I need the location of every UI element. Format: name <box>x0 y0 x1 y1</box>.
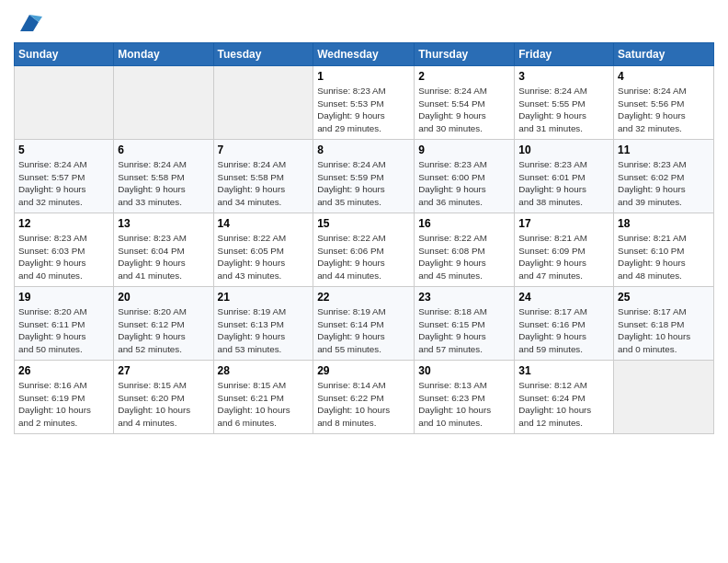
day-number: 22 <box>317 291 410 304</box>
day-cell: 16Sunrise: 8:22 AMSunset: 6:08 PMDayligh… <box>415 213 515 287</box>
day-info: Sunrise: 8:20 AMSunset: 6:12 PMDaylight:… <box>118 305 209 356</box>
day-info: Sunrise: 8:24 AMSunset: 5:55 PMDaylight:… <box>518 85 609 135</box>
day-cell: 14Sunrise: 8:22 AMSunset: 6:05 PMDayligh… <box>213 213 313 287</box>
day-cell: 29Sunrise: 8:14 AMSunset: 6:22 PMDayligh… <box>313 361 415 434</box>
day-info: Sunrise: 8:14 AMSunset: 6:22 PMDaylight:… <box>317 379 410 430</box>
day-number: 2 <box>418 70 510 83</box>
day-cell <box>15 66 114 140</box>
day-cell: 19Sunrise: 8:20 AMSunset: 6:11 PMDayligh… <box>15 287 114 361</box>
day-cell: 9Sunrise: 8:23 AMSunset: 6:00 PMDaylight… <box>415 140 515 213</box>
day-info: Sunrise: 8:17 AMSunset: 6:18 PMDaylight:… <box>618 305 710 356</box>
weekday-sunday: Sunday <box>15 43 114 66</box>
day-number: 3 <box>518 70 609 83</box>
day-number: 23 <box>418 291 510 304</box>
day-number: 19 <box>18 291 109 304</box>
day-info: Sunrise: 8:19 AMSunset: 6:13 PMDaylight:… <box>218 305 310 356</box>
weekday-tuesday: Tuesday <box>213 43 313 66</box>
day-info: Sunrise: 8:16 AMSunset: 6:19 PMDaylight:… <box>18 379 109 430</box>
page: SundayMondayTuesdayWednesdayThursdayFrid… <box>0 0 728 448</box>
weekday-thursday: Thursday <box>415 43 515 66</box>
day-info: Sunrise: 8:24 AMSunset: 5:59 PMDaylight:… <box>317 158 410 209</box>
day-number: 4 <box>618 70 710 83</box>
day-cell: 21Sunrise: 8:19 AMSunset: 6:13 PMDayligh… <box>213 287 313 361</box>
week-row-5: 26Sunrise: 8:16 AMSunset: 6:19 PMDayligh… <box>15 361 714 434</box>
day-number: 18 <box>618 217 710 230</box>
day-info: Sunrise: 8:15 AMSunset: 6:20 PMDaylight:… <box>118 379 209 430</box>
day-info: Sunrise: 8:22 AMSunset: 6:05 PMDaylight:… <box>218 232 310 282</box>
day-number: 11 <box>618 144 710 156</box>
day-number: 15 <box>317 217 410 230</box>
day-cell: 3Sunrise: 8:24 AMSunset: 5:55 PMDaylight… <box>515 66 614 140</box>
day-cell: 17Sunrise: 8:21 AMSunset: 6:09 PMDayligh… <box>515 213 614 287</box>
day-number: 31 <box>518 364 609 377</box>
day-number: 12 <box>18 217 109 230</box>
weekday-wednesday: Wednesday <box>313 43 415 66</box>
day-info: Sunrise: 8:24 AMSunset: 5:57 PMDaylight:… <box>18 158 109 209</box>
day-number: 13 <box>118 217 209 230</box>
day-cell: 8Sunrise: 8:24 AMSunset: 5:59 PMDaylight… <box>313 140 415 213</box>
day-cell: 15Sunrise: 8:22 AMSunset: 6:06 PMDayligh… <box>313 213 415 287</box>
weekday-header-row: SundayMondayTuesdayWednesdayThursdayFrid… <box>15 43 714 66</box>
day-number: 9 <box>418 144 510 156</box>
day-number: 1 <box>317 70 410 83</box>
day-number: 24 <box>518 291 609 304</box>
calendar-table: SundayMondayTuesdayWednesdayThursdayFrid… <box>14 42 714 434</box>
logo-icon <box>17 9 42 35</box>
day-number: 26 <box>18 364 109 377</box>
day-cell: 1Sunrise: 8:23 AMSunset: 5:53 PMDaylight… <box>313 66 415 140</box>
day-cell: 23Sunrise: 8:18 AMSunset: 6:15 PMDayligh… <box>415 287 515 361</box>
day-info: Sunrise: 8:23 AMSunset: 5:53 PMDaylight:… <box>317 85 410 135</box>
day-number: 29 <box>317 364 410 377</box>
day-cell: 2Sunrise: 8:24 AMSunset: 5:54 PMDaylight… <box>415 66 515 140</box>
weekday-monday: Monday <box>114 43 213 66</box>
day-number: 27 <box>118 364 209 377</box>
day-cell: 31Sunrise: 8:12 AMSunset: 6:24 PMDayligh… <box>515 361 614 434</box>
day-cell: 26Sunrise: 8:16 AMSunset: 6:19 PMDayligh… <box>15 361 114 434</box>
day-cell: 4Sunrise: 8:24 AMSunset: 5:56 PMDaylight… <box>614 66 714 140</box>
day-info: Sunrise: 8:17 AMSunset: 6:16 PMDaylight:… <box>518 305 609 356</box>
day-info: Sunrise: 8:18 AMSunset: 6:15 PMDaylight:… <box>418 305 510 356</box>
day-info: Sunrise: 8:13 AMSunset: 6:23 PMDaylight:… <box>418 379 510 430</box>
day-number: 8 <box>317 144 410 156</box>
day-cell <box>114 66 213 140</box>
logo <box>14 9 42 35</box>
day-number: 6 <box>118 144 209 156</box>
day-cell: 11Sunrise: 8:23 AMSunset: 6:02 PMDayligh… <box>614 140 714 213</box>
day-info: Sunrise: 8:24 AMSunset: 5:58 PMDaylight:… <box>218 158 310 209</box>
weekday-saturday: Saturday <box>614 43 714 66</box>
day-cell: 24Sunrise: 8:17 AMSunset: 6:16 PMDayligh… <box>515 287 614 361</box>
day-cell: 5Sunrise: 8:24 AMSunset: 5:57 PMDaylight… <box>15 140 114 213</box>
week-row-3: 12Sunrise: 8:23 AMSunset: 6:03 PMDayligh… <box>15 213 714 287</box>
day-info: Sunrise: 8:19 AMSunset: 6:14 PMDaylight:… <box>317 305 410 356</box>
week-row-1: 1Sunrise: 8:23 AMSunset: 5:53 PMDaylight… <box>15 66 714 140</box>
day-cell: 18Sunrise: 8:21 AMSunset: 6:10 PMDayligh… <box>614 213 714 287</box>
day-cell <box>614 361 714 434</box>
day-cell: 27Sunrise: 8:15 AMSunset: 6:20 PMDayligh… <box>114 361 213 434</box>
day-info: Sunrise: 8:21 AMSunset: 6:09 PMDaylight:… <box>518 232 609 282</box>
day-number: 20 <box>118 291 209 304</box>
week-row-4: 19Sunrise: 8:20 AMSunset: 6:11 PMDayligh… <box>15 287 714 361</box>
day-info: Sunrise: 8:23 AMSunset: 6:01 PMDaylight:… <box>518 158 609 209</box>
day-cell: 13Sunrise: 8:23 AMSunset: 6:04 PMDayligh… <box>114 213 213 287</box>
day-cell: 20Sunrise: 8:20 AMSunset: 6:12 PMDayligh… <box>114 287 213 361</box>
day-number: 14 <box>218 217 310 230</box>
day-info: Sunrise: 8:22 AMSunset: 6:06 PMDaylight:… <box>317 232 410 282</box>
day-number: 21 <box>218 291 310 304</box>
day-info: Sunrise: 8:22 AMSunset: 6:08 PMDaylight:… <box>418 232 510 282</box>
day-info: Sunrise: 8:24 AMSunset: 5:54 PMDaylight:… <box>418 85 510 135</box>
day-info: Sunrise: 8:24 AMSunset: 5:58 PMDaylight:… <box>118 158 209 209</box>
day-cell: 30Sunrise: 8:13 AMSunset: 6:23 PMDayligh… <box>415 361 515 434</box>
day-cell: 22Sunrise: 8:19 AMSunset: 6:14 PMDayligh… <box>313 287 415 361</box>
day-cell: 12Sunrise: 8:23 AMSunset: 6:03 PMDayligh… <box>15 213 114 287</box>
day-info: Sunrise: 8:23 AMSunset: 6:00 PMDaylight:… <box>418 158 510 209</box>
day-number: 7 <box>218 144 310 156</box>
day-info: Sunrise: 8:12 AMSunset: 6:24 PMDaylight:… <box>518 379 609 430</box>
day-cell: 6Sunrise: 8:24 AMSunset: 5:58 PMDaylight… <box>114 140 213 213</box>
day-cell: 28Sunrise: 8:15 AMSunset: 6:21 PMDayligh… <box>213 361 313 434</box>
day-cell: 25Sunrise: 8:17 AMSunset: 6:18 PMDayligh… <box>614 287 714 361</box>
day-cell <box>213 66 313 140</box>
day-info: Sunrise: 8:23 AMSunset: 6:02 PMDaylight:… <box>618 158 710 209</box>
day-number: 5 <box>18 144 109 156</box>
day-info: Sunrise: 8:15 AMSunset: 6:21 PMDaylight:… <box>218 379 310 430</box>
week-row-2: 5Sunrise: 8:24 AMSunset: 5:57 PMDaylight… <box>15 140 714 213</box>
